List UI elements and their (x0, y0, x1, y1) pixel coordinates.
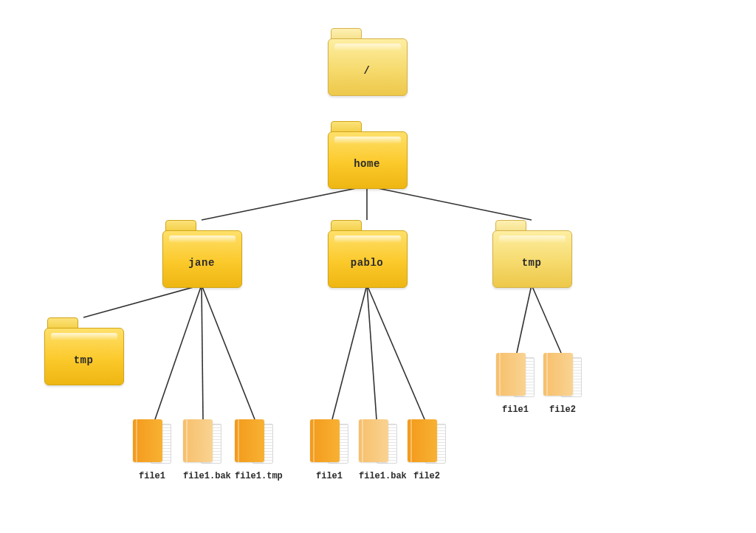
folder-jane-label: jane (162, 257, 241, 269)
svg-line-4 (155, 285, 202, 419)
file-tmp-1: file2 (543, 353, 582, 415)
svg-line-6 (202, 285, 255, 419)
file-label: file1.bak (359, 471, 407, 481)
file-jane-0: file1 (133, 419, 171, 481)
file-jane-2: file1.tmp (235, 419, 283, 481)
svg-line-5 (202, 285, 203, 419)
svg-line-11 (532, 285, 561, 353)
svg-line-2 (367, 186, 532, 220)
file-tmp-0: file1 (496, 353, 535, 415)
folder-root: / (328, 28, 406, 94)
file-label: file1 (310, 471, 348, 481)
folder-pablo-label: pablo (328, 257, 406, 269)
file-label: file2 (543, 405, 582, 415)
svg-line-10 (517, 285, 532, 353)
file-label: file1 (496, 405, 535, 415)
folder-home-tmp-label: tmp (492, 257, 571, 269)
folder-root-label: / (328, 65, 406, 77)
file-label: file2 (408, 471, 446, 481)
folder-jane: jane (162, 220, 241, 286)
file-label: file1 (133, 471, 171, 481)
file-pablo-0: file1 (310, 419, 348, 481)
file-pablo-1: file1.bak (359, 419, 407, 481)
svg-line-7 (332, 285, 367, 419)
svg-line-8 (367, 285, 377, 419)
file-label: file1.tmp (235, 471, 283, 481)
folder-pablo: pablo (328, 220, 406, 286)
folder-home-tmp: tmp (492, 220, 571, 286)
folder-home: home (328, 121, 406, 188)
folder-jane-tmp: tmp (44, 317, 123, 384)
file-jane-1: file1.bak (183, 419, 231, 481)
folder-home-label: home (328, 158, 406, 170)
folder-jane-tmp-label: tmp (44, 354, 123, 366)
file-pablo-2: file2 (408, 419, 446, 481)
svg-line-0 (202, 186, 367, 220)
svg-line-9 (367, 285, 425, 419)
file-label: file1.bak (183, 471, 231, 481)
svg-line-3 (83, 285, 202, 317)
